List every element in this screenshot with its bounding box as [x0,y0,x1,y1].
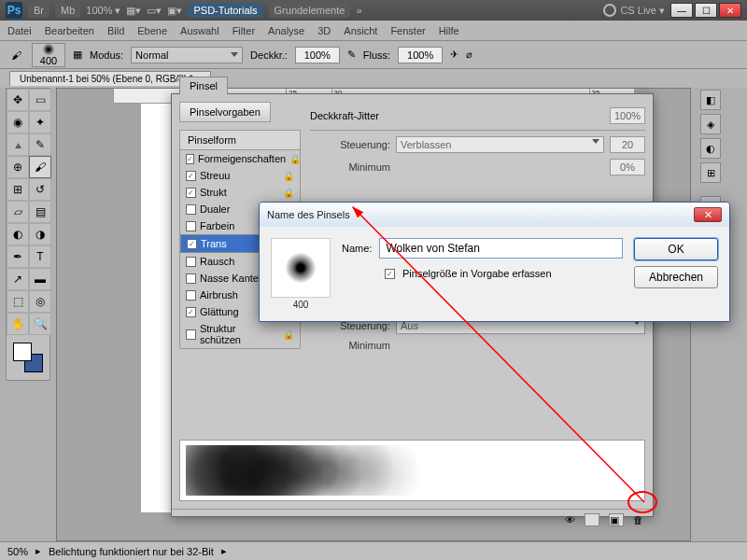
status-dropdown-icon[interactable]: ▸ [221,545,227,557]
panel-icon-2[interactable]: ◈ [700,114,721,134]
window-minimize[interactable]: — [670,3,693,18]
workspace-tab-grund[interactable]: Grundelemente [269,3,351,18]
brush-presets-button[interactable]: Pinselvorgaben [179,102,271,122]
tablet-opacity-icon[interactable]: ✎ [347,49,356,61]
workspace-more[interactable]: » [356,5,361,16]
brush-option-item[interactable]: Struktur schützen🔒 [180,320,300,348]
opacity-jitter-value[interactable]: 100% [610,107,645,124]
panel-icon-1[interactable]: ◧ [700,90,721,110]
wand-tool[interactable]: ✦ [29,111,51,133]
shape-tool[interactable]: ▬ [29,268,51,290]
hand-tool[interactable]: ✋ [7,313,29,335]
window-maximize[interactable]: ☐ [695,3,717,18]
flow-input[interactable]: 100% [398,47,443,63]
new-preset-icon[interactable]: ▣ [609,513,624,526]
checkbox-icon[interactable] [186,307,196,317]
bridge-button[interactable]: Br [28,3,49,18]
move-tool[interactable]: ✥ [7,89,29,111]
brush-panel-tab[interactable]: Pinsel [179,77,228,94]
eraser-tool[interactable]: ▱ [7,201,29,223]
checkbox-icon[interactable] [186,221,196,231]
control-select-fade[interactable]: Verblassen [396,136,604,153]
checkbox-icon[interactable] [187,239,197,249]
lock-icon[interactable]: 🔒 [289,154,301,164]
brush-option-item[interactable]: Formeigenschaften🔒 [180,150,300,167]
pen-tool[interactable]: ✒ [7,245,29,268]
3d-camera-tool[interactable]: ◎ [29,290,51,313]
ok-button[interactable]: OK [634,238,718,260]
panel-icon-4[interactable]: ⊞ [700,162,721,183]
checkbox-icon[interactable] [186,273,196,284]
new-doc-icon[interactable] [585,513,599,526]
menu-3d[interactable]: 3D [317,25,331,36]
checkbox-icon[interactable] [186,329,196,340]
opacity-input[interactable]: 100% [295,47,340,63]
brush-tool[interactable]: 🖌 [29,156,51,178]
stamp-tool[interactable]: ⊞ [7,178,29,201]
zoom-tool[interactable]: 🔍 [29,313,51,335]
checkbox-icon[interactable] [186,257,196,267]
menu-auswahl[interactable]: Auswahl [180,25,219,36]
trash-icon[interactable]: 🗑 [633,514,643,525]
lock-icon[interactable]: 🔒 [283,329,294,340]
view-extras-icon[interactable]: ▦▾ [126,5,141,17]
3d-tool[interactable]: ⬚ [7,290,29,313]
checkbox-icon[interactable] [186,171,196,181]
panel-icon-3[interactable]: ◐ [700,138,721,159]
menu-filter[interactable]: Filter [233,25,255,36]
toggle-preview-icon[interactable]: 👁 [565,514,575,525]
tablet-size-icon[interactable]: ⌀ [466,49,472,61]
arrange-icon[interactable]: ▭▾ [147,5,162,17]
menu-bearbeiten[interactable]: Bearbeiten [45,25,94,36]
dialog-titlebar[interactable]: Name des Pinsels ✕ [260,203,729,227]
menu-ebene[interactable]: Ebene [137,25,167,36]
control-fade-steps[interactable]: 20 [610,136,645,153]
gradient-tool[interactable]: ▤ [29,201,51,223]
brush-tool-icon[interactable]: 🖌 [7,47,24,63]
minimum-value-1[interactable]: 0% [610,159,645,175]
screenmode-icon[interactable]: ▣▾ [167,5,182,17]
minibridge-button[interactable]: Mb [55,3,80,18]
crop-tool[interactable]: ⟁ [7,133,29,156]
brush-option-item[interactable]: Strukt🔒 [180,184,300,201]
heal-tool[interactable]: ⊕ [7,156,29,178]
menu-hilfe[interactable]: Hilfe [439,25,459,36]
color-swatches[interactable] [13,343,43,372]
type-tool[interactable]: T [29,245,51,268]
dodge-tool[interactable]: ◑ [29,223,51,245]
menu-analyse[interactable]: Analyse [268,25,304,36]
cs-live-menu[interactable]: CS Live ▾ [603,4,665,17]
lasso-tool[interactable]: ◉ [7,111,29,133]
dialog-close-button[interactable]: ✕ [694,207,722,222]
menu-datei[interactable]: Datei [7,25,32,36]
checkbox-icon[interactable] [186,188,196,198]
status-zoom[interactable]: 50% [7,546,28,557]
capture-size-checkbox[interactable] [385,269,395,279]
brush-name-input[interactable] [379,238,623,259]
path-tool[interactable]: ↗ [7,268,29,290]
lock-icon[interactable]: 🔒 [283,171,294,181]
brush-preset-picker[interactable]: 400 [32,43,65,67]
blend-mode-select[interactable]: Normal [131,47,243,63]
lock-icon[interactable]: 🔒 [283,188,294,198]
brush-option-item[interactable]: Streuu🔒 [180,167,300,184]
blur-tool[interactable]: ◐ [7,223,29,245]
workspace-tab-psd[interactable]: PSD-Tutorials [188,3,262,18]
zoom-dropdown[interactable]: 100% ▾ [86,5,120,17]
window-close[interactable]: ✕ [719,3,741,18]
status-info-icon[interactable]: ▸ [35,545,41,557]
checkbox-icon[interactable] [186,154,194,164]
eyedropper-tool[interactable]: ✎ [29,133,51,156]
menu-ansicht[interactable]: Ansicht [344,25,377,36]
brush-shape-header[interactable]: Pinselform [180,131,300,150]
airbrush-icon[interactable]: ✈ [450,49,458,61]
checkbox-icon[interactable] [186,204,196,215]
menu-fenster[interactable]: Fenster [390,25,425,36]
foreground-color[interactable] [13,343,32,361]
menu-bild[interactable]: Bild [107,25,124,36]
checkbox-icon[interactable] [186,290,196,301]
cancel-button[interactable]: Abbrechen [634,266,718,288]
marquee-tool[interactable]: ▭ [29,89,51,111]
brush-panel-toggle-icon[interactable]: ▦ [73,49,82,61]
history-brush-tool[interactable]: ↺ [29,178,51,201]
